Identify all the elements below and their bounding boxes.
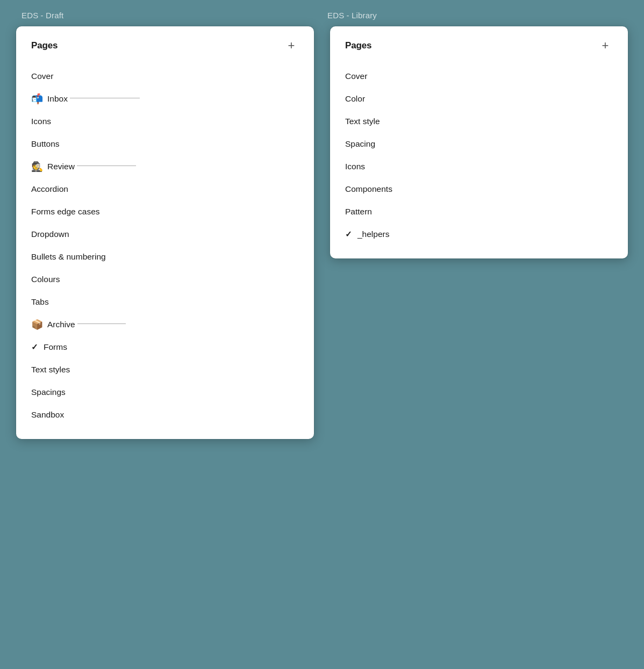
left-page-list: Cover 📬 Inbox Icons Buttons 🕵️ Review (16, 63, 314, 439)
right-page-list: Cover Color Text style Spacing Icons Com… (330, 63, 628, 258)
left-page-item-text-styles[interactable]: Text styles (16, 358, 314, 381)
left-page-item-archive[interactable]: 📦 Archive (16, 313, 314, 336)
left-page-item-inbox[interactable]: 📬 Inbox (16, 88, 314, 110)
right-panel: Pages + Cover Color Text style Spacing I… (330, 26, 628, 258)
helpers-check-icon: ✓ (345, 229, 352, 239)
left-page-item-review[interactable]: 🕵️ Review (16, 155, 314, 178)
inbox-divider-line (70, 98, 140, 98)
archive-icon: 📦 (31, 320, 43, 329)
right-page-item-icons[interactable]: Icons (330, 155, 628, 178)
right-panel-pages-title: Pages (345, 40, 371, 51)
right-page-item-pattern[interactable]: Pattern (330, 200, 628, 223)
left-page-item-buttons[interactable]: Buttons (16, 133, 314, 155)
right-page-item-cover[interactable]: Cover (330, 65, 628, 88)
right-page-item-helpers[interactable]: ✓ _helpers (330, 223, 628, 246)
left-panel-add-button[interactable]: + (284, 38, 299, 53)
left-panel: Pages + Cover 📬 Inbox Icons Buttons (16, 26, 314, 439)
left-panel-pages-title: Pages (31, 40, 58, 51)
left-page-item-forms[interactable]: ✓ Forms (16, 336, 314, 358)
left-page-item-accordion[interactable]: Accordion (16, 178, 314, 200)
left-panel-title: EDS - Draft (22, 11, 322, 20)
right-panel-add-button[interactable]: + (598, 38, 613, 53)
left-page-item-tabs[interactable]: Tabs (16, 291, 314, 313)
review-icon: 🕵️ (31, 162, 43, 171)
right-page-item-text-style[interactable]: Text style (330, 110, 628, 133)
right-page-item-components[interactable]: Components (330, 178, 628, 200)
right-panel-title: EDS - Library (322, 11, 622, 20)
inbox-icon: 📬 (31, 94, 43, 104)
left-page-item-icons[interactable]: Icons (16, 110, 314, 133)
archive-divider-line (77, 323, 126, 324)
forms-check-icon: ✓ (31, 342, 38, 352)
left-page-item-bullets[interactable]: Bullets & numbering (16, 246, 314, 268)
left-page-item-sandbox[interactable]: Sandbox (16, 404, 314, 426)
left-page-item-dropdown[interactable]: Dropdown (16, 223, 314, 246)
left-page-item-cover[interactable]: Cover (16, 65, 314, 88)
right-page-item-color[interactable]: Color (330, 88, 628, 110)
right-page-item-spacing[interactable]: Spacing (330, 133, 628, 155)
left-page-item-colours[interactable]: Colours (16, 268, 314, 291)
left-page-item-forms-edge-cases[interactable]: Forms edge cases (16, 200, 314, 223)
left-panel-header: Pages + (16, 26, 314, 63)
right-panel-header: Pages + (330, 26, 628, 63)
left-page-item-spacings[interactable]: Spacings (16, 381, 314, 404)
review-divider-line (77, 166, 136, 166)
